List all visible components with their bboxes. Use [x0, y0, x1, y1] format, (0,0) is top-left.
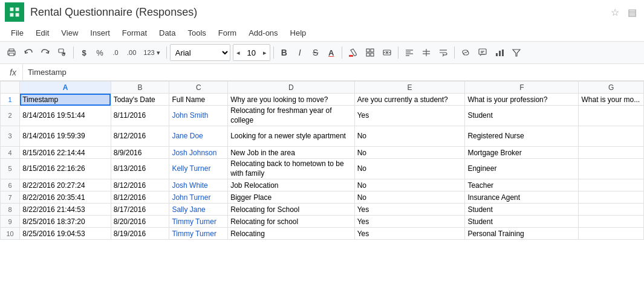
- table-row[interactable]: 28/14/2016 19:51:448/11/2016John SmithRe…: [1, 106, 644, 126]
- align-left-button[interactable]: [402, 44, 417, 61]
- cell-10-D[interactable]: Relocating: [228, 228, 355, 240]
- strikethrough-button[interactable]: S: [308, 44, 323, 61]
- cell-10-F[interactable]: Personal Training: [465, 228, 579, 240]
- insert-chart-button[interactable]: [492, 44, 507, 61]
- cell-9-E[interactable]: Yes: [354, 216, 465, 228]
- cell-7-G[interactable]: [579, 191, 644, 204]
- cell-7-A[interactable]: 8/22/2016 20:35:41: [20, 191, 111, 204]
- cell-2-B[interactable]: 8/11/2016: [111, 106, 169, 126]
- cell-7-E[interactable]: No: [354, 191, 465, 204]
- currency-button[interactable]: $: [77, 44, 91, 61]
- folder-icon[interactable]: ▤: [628, 7, 637, 18]
- font-size-input[interactable]: [243, 48, 260, 57]
- col-header-C[interactable]: C: [169, 82, 228, 94]
- bold-button[interactable]: B: [277, 44, 291, 61]
- cell-9-C[interactable]: Timmy Turner: [169, 216, 228, 228]
- wrap-text-button[interactable]: [435, 44, 451, 61]
- cell-6-A[interactable]: 8/22/2016 20:27:24: [20, 179, 111, 191]
- col-header-B[interactable]: B: [111, 82, 169, 94]
- cell-6-C[interactable]: Josh White: [169, 179, 228, 191]
- cell-10-A[interactable]: 8/25/2016 19:04:53: [20, 228, 111, 240]
- menu-edit[interactable]: Edit: [31, 27, 54, 39]
- redo-button[interactable]: [37, 44, 53, 61]
- cell-2-G[interactable]: [579, 106, 644, 126]
- cell-10-C[interactable]: Timmy Turner: [169, 228, 228, 240]
- cell-9-A[interactable]: 8/25/2016 18:37:20: [20, 216, 111, 228]
- menu-view[interactable]: View: [56, 27, 83, 39]
- cell-4-E[interactable]: No: [354, 147, 465, 159]
- borders-button[interactable]: [362, 44, 378, 61]
- cell-5-B[interactable]: 8/13/2016: [111, 159, 169, 179]
- format-num-button[interactable]: 123 ▾: [140, 44, 163, 61]
- cell-10-B[interactable]: 8/19/2016: [111, 228, 169, 240]
- table-row[interactable]: 68/22/2016 20:27:248/12/2016Josh WhiteJo…: [1, 179, 644, 191]
- cell-5-A[interactable]: 8/15/2016 22:16:26: [20, 159, 111, 179]
- cell-3-A[interactable]: 8/14/2016 19:59:39: [20, 126, 111, 147]
- cell-3-B[interactable]: 8/12/2016: [111, 126, 169, 147]
- cell-5-G[interactable]: [579, 159, 644, 179]
- text-color-button[interactable]: A: [324, 44, 339, 61]
- cell-9-F[interactable]: Student: [465, 216, 579, 228]
- cell-3-E[interactable]: No: [354, 126, 465, 147]
- col-header-F[interactable]: F: [465, 82, 579, 94]
- cell-3-G[interactable]: [579, 126, 644, 147]
- cell-3-C[interactable]: Jane Doe: [169, 126, 228, 147]
- cell-1-D[interactable]: Why are you looking to move?: [228, 94, 355, 106]
- insert-link-button[interactable]: [458, 44, 473, 61]
- font-size-decrease[interactable]: ◂: [233, 44, 243, 61]
- cell-4-G[interactable]: [579, 147, 644, 159]
- cell-7-B[interactable]: 8/12/2016: [111, 191, 169, 204]
- col-header-G[interactable]: G: [579, 82, 644, 94]
- cell-6-D[interactable]: Job Relocation: [228, 179, 355, 191]
- star-icon[interactable]: ☆: [611, 7, 619, 18]
- merge-cells-button[interactable]: [379, 44, 395, 61]
- menu-format[interactable]: Format: [117, 27, 152, 39]
- table-row[interactable]: 48/15/2016 22:14:448/9/2016Josh JohnsonN…: [1, 147, 644, 159]
- print-button[interactable]: [4, 44, 19, 61]
- table-row[interactable]: 88/22/2016 21:44:538/17/2016Sally JaneRe…: [1, 204, 644, 216]
- italic-button[interactable]: I: [293, 44, 307, 61]
- cell-4-C[interactable]: Josh Johnson: [169, 147, 228, 159]
- cell-1-E[interactable]: Are you currently a student?: [354, 94, 465, 106]
- cell-10-G[interactable]: [579, 228, 644, 240]
- cell-8-B[interactable]: 8/17/2016: [111, 204, 169, 216]
- cell-4-A[interactable]: 8/15/2016 22:14:44: [20, 147, 111, 159]
- cell-2-C[interactable]: John Smith: [169, 106, 228, 126]
- cell-1-B[interactable]: Today's Date: [111, 94, 169, 106]
- cell-2-D[interactable]: Relocating for freshman year of college: [228, 106, 355, 126]
- fill-color-button[interactable]: [345, 44, 361, 61]
- cell-6-B[interactable]: 8/12/2016: [111, 179, 169, 191]
- undo-button[interactable]: [21, 44, 36, 61]
- menu-file[interactable]: File: [6, 27, 28, 39]
- cell-2-E[interactable]: Yes: [354, 106, 465, 126]
- decimal-dec-button[interactable]: .0: [108, 44, 123, 61]
- font-selector[interactable]: Arial: [170, 44, 230, 61]
- cell-1-C[interactable]: Full Name: [169, 94, 228, 106]
- cell-8-F[interactable]: Student: [465, 204, 579, 216]
- cell-4-F[interactable]: Mortgage Broker: [465, 147, 579, 159]
- cell-8-C[interactable]: Sally Jane: [169, 204, 228, 216]
- percent-button[interactable]: %: [93, 44, 107, 61]
- cell-10-E[interactable]: Yes: [354, 228, 465, 240]
- cell-5-D[interactable]: Relocating back to hometown to be with f…: [228, 159, 355, 179]
- menu-data[interactable]: Data: [154, 27, 180, 39]
- cell-8-G[interactable]: [579, 204, 644, 216]
- menu-help[interactable]: Help: [285, 27, 311, 39]
- spreadsheet-container[interactable]: A B C D E F G 1TimestampToday's DateFull…: [0, 81, 644, 305]
- cell-8-E[interactable]: Yes: [354, 204, 465, 216]
- cell-7-F[interactable]: Insurance Agent: [465, 191, 579, 204]
- cell-8-D[interactable]: Relocating for School: [228, 204, 355, 216]
- menu-tools[interactable]: Tools: [183, 27, 210, 39]
- table-row[interactable]: 1TimestampToday's DateFull NameWhy are y…: [1, 94, 644, 106]
- decimal-inc-button[interactable]: .00: [124, 44, 139, 61]
- filter-button[interactable]: [509, 44, 524, 61]
- cell-7-C[interactable]: John Turner: [169, 191, 228, 204]
- font-size-increase[interactable]: ▸: [260, 44, 270, 61]
- col-header-A[interactable]: A: [20, 82, 111, 94]
- col-header-E[interactable]: E: [354, 82, 465, 94]
- cell-6-E[interactable]: No: [354, 179, 465, 191]
- cell-2-F[interactable]: Student: [465, 106, 579, 126]
- table-row[interactable]: 38/14/2016 19:59:398/12/2016Jane DoeLook…: [1, 126, 644, 147]
- col-header-D[interactable]: D: [228, 82, 355, 94]
- cell-1-A[interactable]: Timestamp: [20, 94, 111, 106]
